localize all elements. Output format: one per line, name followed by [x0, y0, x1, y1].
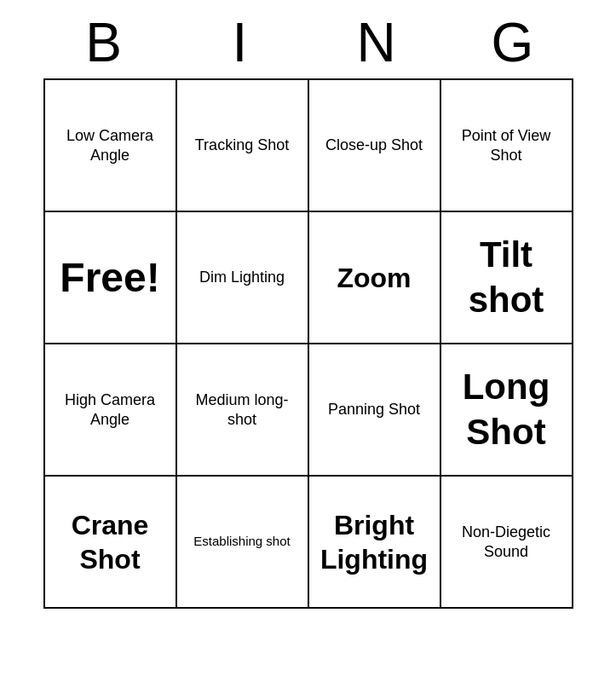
bingo-cell-4[interactable]: Free! — [45, 212, 177, 344]
bingo-header: B I N G — [36, 0, 581, 78]
bingo-cell-2[interactable]: Close-up Shot — [309, 80, 441, 212]
bingo-cell-12[interactable]: Crane Shot — [45, 477, 177, 609]
letter-n: N — [308, 15, 445, 70]
bingo-cell-15[interactable]: Non-Diegetic Sound — [441, 477, 573, 609]
letter-i: I — [172, 15, 308, 70]
bingo-cell-5[interactable]: Dim Lighting — [177, 212, 309, 344]
bingo-cell-0[interactable]: Low Camera Angle — [45, 80, 177, 212]
letter-g: G — [445, 15, 581, 70]
bingo-cell-3[interactable]: Point of View Shot — [441, 80, 573, 212]
bingo-cell-6[interactable]: Zoom — [309, 212, 441, 344]
bingo-cell-1[interactable]: Tracking Shot — [177, 80, 309, 212]
bingo-cell-14[interactable]: Bright Lighting — [309, 477, 441, 609]
bingo-grid: Low Camera AngleTracking ShotClose-up Sh… — [43, 78, 573, 609]
bingo-cell-13[interactable]: Establishing shot — [177, 477, 309, 609]
bingo-cell-10[interactable]: Panning Shot — [309, 344, 441, 477]
bingo-cell-11[interactable]: Long Shot — [441, 344, 573, 477]
bingo-cell-9[interactable]: Medium long-shot — [177, 344, 309, 477]
bingo-cell-7[interactable]: Tilt shot — [441, 212, 573, 344]
letter-b: B — [36, 15, 172, 70]
bingo-cell-8[interactable]: High Camera Angle — [45, 344, 177, 477]
